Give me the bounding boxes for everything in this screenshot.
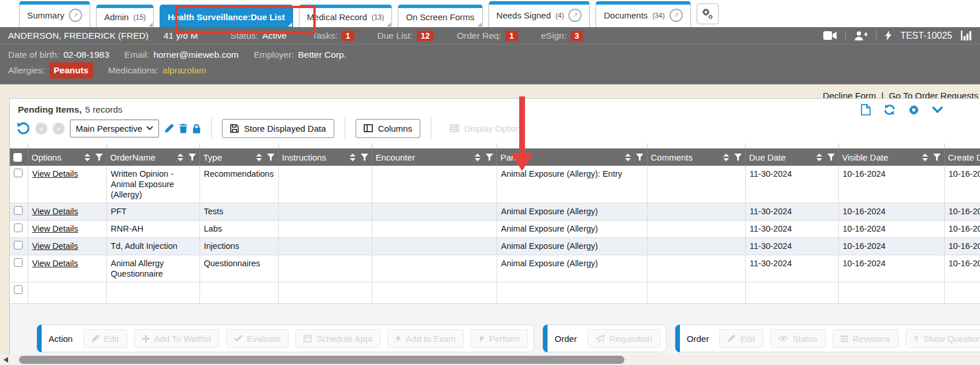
tab-admin[interactable]: Admin(15) [96, 5, 154, 27]
tab-label: Summary [27, 10, 64, 20]
empty-cell [10, 282, 28, 304]
store-displayed-data-button[interactable]: Store Displayed Data [222, 119, 334, 138]
pending-items-panel: Pending Items, 5 records [9, 98, 980, 358]
horizontal-scrollbar[interactable] [0, 355, 980, 365]
edit-perspective-pencil-icon[interactable] [164, 124, 174, 133]
display-options-label: Display Options [464, 124, 525, 133]
previous-perspective-button[interactable]: ‹ [35, 122, 47, 135]
store-button-label: Store Displayed Data [244, 124, 326, 133]
column-header-encounter[interactable]: Encounter [372, 148, 497, 166]
sort-icon[interactable] [84, 154, 90, 161]
tab-medical-record[interactable]: Medical Record(13) [299, 5, 393, 27]
column-header-visible_date[interactable]: Visible Date [838, 148, 944, 166]
view-details-link[interactable]: View Details [32, 224, 79, 233]
panel-title: Pending Items, [18, 105, 82, 115]
scrollbar-thumb[interactable] [19, 356, 624, 364]
filter-funnel-icon[interactable] [188, 154, 196, 161]
tab-needs-signed[interactable]: Needs Signed(4)↗ [489, 1, 590, 27]
row-select-cell [10, 238, 28, 255]
sort-icon[interactable] [625, 154, 631, 161]
tab-summary[interactable]: Summary↗ [19, 1, 90, 27]
bar-chart-icon[interactable] [961, 31, 972, 40]
toolbar-divider [345, 117, 345, 139]
gear-icon[interactable] [908, 105, 919, 116]
sort-icon[interactable] [350, 154, 356, 161]
filter-funnel-icon[interactable] [361, 154, 368, 161]
counter-badge[interactable]: 1 [342, 31, 354, 41]
chart-settings-gears-button[interactable] [697, 3, 719, 24]
filter-funnel-icon[interactable] [827, 154, 835, 161]
next-perspective-button[interactable]: › [53, 122, 65, 135]
filter-funnel-icon[interactable] [734, 154, 742, 161]
sort-down-arrow [723, 158, 729, 161]
delete-perspective-trash-icon[interactable] [179, 124, 187, 133]
lock-perspective-icon[interactable] [193, 124, 201, 133]
undo-icon[interactable] [17, 122, 30, 135]
column-label: Create Date [948, 152, 980, 162]
row-checkbox[interactable] [14, 241, 23, 249]
sort-icon[interactable] [475, 154, 480, 161]
filter-funnel-icon[interactable] [95, 154, 103, 161]
filter-funnel-icon[interactable] [267, 154, 275, 161]
counter-badge[interactable]: 3 [571, 31, 583, 41]
calendar-icon [304, 334, 312, 342]
column-header-order_name[interactable]: OrderName [106, 148, 199, 166]
allergy-badge[interactable]: Peanuts [49, 62, 93, 79]
tab-on-screen-forms[interactable]: On Screen Forms [398, 5, 482, 27]
view-details-link[interactable]: View Details [32, 169, 79, 178]
cell-options: View Details [28, 166, 106, 203]
refresh-icon[interactable] [883, 105, 896, 115]
columns-button[interactable]: Columns [356, 119, 420, 138]
tab-count: (15) [134, 13, 146, 21]
sort-icon[interactable] [177, 154, 183, 161]
column-header-options[interactable]: Options [28, 148, 106, 166]
row-checkbox[interactable] [14, 206, 23, 215]
medication-value[interactable]: alprazolam [162, 63, 206, 78]
empty-cell [497, 282, 647, 304]
lightning-bolt-icon[interactable] [885, 31, 892, 40]
sort-icon[interactable] [723, 154, 729, 161]
row-checkbox[interactable] [14, 258, 23, 267]
column-header-create_date[interactable]: Create Date [944, 148, 980, 166]
row-checkbox[interactable] [14, 224, 23, 232]
strip-cell [647, 143, 745, 148]
column-header-comments[interactable]: Comments [647, 148, 745, 166]
cell-panel: Animal Exposure (Allergy): Entry [497, 166, 647, 203]
tab-label: On Screen Forms [406, 12, 474, 22]
view-details-link[interactable]: View Details [32, 207, 79, 216]
new-row-checkbox[interactable] [14, 285, 23, 294]
video-camera-icon[interactable] [823, 31, 837, 40]
counter-badge[interactable]: 12 [417, 31, 434, 41]
new-document-icon[interactable] [861, 104, 871, 116]
counter-tasks: Tasks:1 [312, 31, 354, 41]
filter-funnel-icon[interactable] [486, 154, 493, 161]
column-header-instructions[interactable]: Instructions [278, 148, 372, 166]
select-all-checkbox[interactable] [13, 153, 22, 162]
column-label: OrderName [110, 152, 156, 162]
empty-cell [745, 282, 838, 304]
add-person-icon[interactable] [855, 31, 867, 40]
column-header-panel[interactable]: Panel [497, 148, 647, 166]
perspective-select[interactable]: Main Perspective [70, 120, 159, 137]
filter-funnel-icon[interactable] [933, 154, 941, 161]
tab-documents[interactable]: Documents(34)↗ [596, 1, 690, 27]
sort-icon[interactable] [816, 154, 822, 161]
collapse-chevron-down-icon[interactable] [932, 106, 943, 113]
open-in-new-icon[interactable]: ↗ [568, 9, 582, 22]
row-checkbox[interactable] [14, 169, 23, 177]
view-details-link[interactable]: View Details [32, 241, 79, 251]
column-header-type[interactable]: Type [199, 148, 278, 166]
question-icon: ? [914, 334, 919, 344]
filter-funnel-icon[interactable] [636, 154, 644, 161]
sort-up-arrow [922, 154, 928, 157]
scroll-left-arrow[interactable] [3, 357, 8, 363]
column-header-due_date[interactable]: Due Date [745, 148, 838, 166]
tab-health-surveillance-due-list[interactable]: Health Surveillance:Due List [160, 5, 293, 27]
sort-icon[interactable] [922, 154, 928, 161]
open-in-new-icon[interactable]: ↗ [69, 9, 82, 22]
open-in-new-icon[interactable]: ↗ [670, 9, 683, 22]
header-cell-content: Due Date [749, 152, 835, 162]
counter-badge[interactable]: 1 [505, 31, 518, 41]
view-details-link[interactable]: View Details [32, 259, 79, 268]
sort-icon[interactable] [256, 154, 262, 161]
